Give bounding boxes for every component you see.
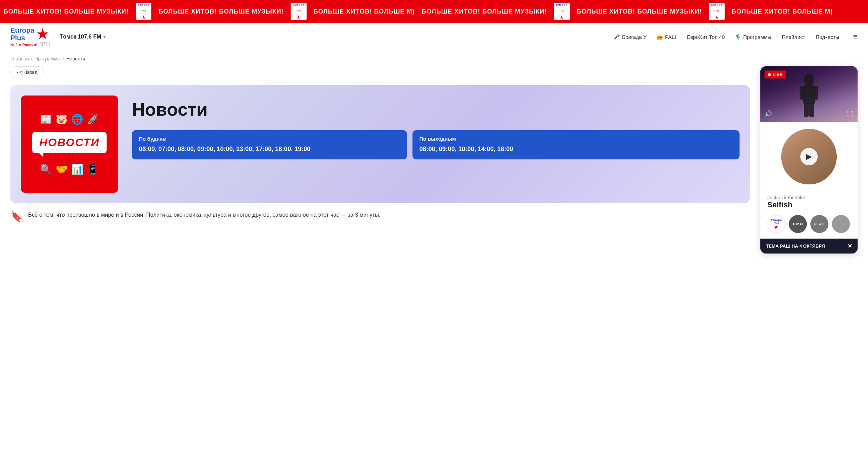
mic-icon: 🎤 — [614, 34, 620, 40]
nav-programs[interactable]: 🎙️ Программы — [735, 34, 771, 40]
description-text: Всё о том, что произошло в мире и в Росс… — [28, 210, 381, 219]
description-area: 🔖 Всё о том, что произошло в мире и в Ро… — [10, 203, 750, 229]
piggybank-icon: 🐷 — [56, 114, 68, 125]
player-stations: Europa Plus ★ TOP 40 NEW A ··· — [760, 211, 858, 239]
svg-rect-1 — [803, 85, 815, 104]
radio-icon: 📻 — [657, 34, 663, 40]
content-area: ‹ < Назад 📰 🐷 🌐 🚀 НОВОСТИ 🔍 🤝 📊 — [10, 66, 750, 254]
player-song: Selfish — [767, 200, 851, 209]
nav-podcasts[interactable]: Подкасты — [816, 34, 839, 40]
globe-icon: 🌐 — [71, 114, 83, 125]
schedule-weekday: По будням 06:00, 07:00, 08:00, 09:00, 10… — [132, 130, 407, 159]
player-track-info: Justin Timberlake Selfish — [760, 191, 858, 211]
breadcrumb-current: Новости — [66, 56, 85, 61]
breadcrumb-programs[interactable]: Программы — [34, 56, 61, 61]
svg-point-0 — [804, 74, 814, 85]
banner-text-5: БОЛЬШЕ ХИТОВ! БОЛЬШЕ МУЗЫКИ! — [577, 8, 702, 15]
search-icon: 🔍 — [40, 164, 52, 175]
live-player: LIVE 🔊 ⛶ ▶ Justin Timberlake — [760, 66, 858, 254]
close-player-button[interactable]: ✕ — [848, 243, 852, 249]
podcast-icon: 🎙️ — [735, 34, 741, 40]
station-europa-button[interactable]: Europa Plus ★ — [767, 215, 785, 233]
logo-area[interactable]: Europa Plus ★ № 1 в России* 12+ — [10, 26, 50, 47]
weekday-times: 06:00, 07:00, 08:00, 09:00, 10:00, 13:00… — [139, 144, 400, 154]
player-body: ▶ Justin Timberlake Selfish Europa Plus … — [760, 122, 858, 239]
svg-rect-3 — [814, 86, 818, 100]
station-new-button[interactable]: NEW A — [810, 215, 828, 233]
banner-text-1: БОЛЬШЕ ХИТОВ! БОЛЬШЕ МУЗЫКИ! — [3, 8, 129, 15]
logo-age: 12+ — [40, 42, 50, 47]
program-info: Новости По будням 06:00, 07:00, 08:00, 0… — [132, 96, 740, 168]
nav-rash[interactable]: 📻 РАШ — [657, 34, 676, 40]
live-badge: LIVE — [765, 70, 786, 78]
city-label: Томск 107,6 FM — [60, 34, 101, 40]
volume-button[interactable]: 🔊 — [765, 110, 772, 118]
schedule-cards: По будням 06:00, 07:00, 08:00, 09:00, 10… — [132, 130, 740, 159]
chart-icon: 📊 — [71, 164, 83, 175]
right-panel: LIVE 🔊 ⛶ ▶ Justin Timberlake — [760, 66, 858, 254]
svg-rect-5 — [809, 103, 814, 117]
phone-icon: 📱 — [87, 164, 99, 175]
nav-eurohit[interactable]: ЕвроХит Топ 40 — [687, 34, 725, 40]
breadcrumb: Главная / Программы / Новости — [0, 51, 868, 66]
banner-text-6: БОЛЬШЕ ХИТОВ! БОЛЬШЕ М) — [732, 8, 833, 15]
silhouette-figure — [793, 70, 825, 118]
weekend-title: По выходным — [419, 136, 733, 142]
player-footer-text: ТЕМА РАШ НА 4 ОКТЯБРЯ — [766, 243, 825, 249]
player-artist: Justin Timberlake — [767, 195, 851, 200]
handshake-icon: 🤝 — [56, 164, 68, 175]
newspaper-icon: 📰 — [40, 114, 52, 125]
novosti-label: НОВОСТИ — [32, 132, 107, 153]
station-top40-button[interactable]: TOP 40 — [789, 215, 807, 233]
program-image: 📰 🐷 🌐 🚀 НОВОСТИ 🔍 🤝 📊 📱 — [21, 96, 118, 193]
logo-badge: № 1 в России* — [10, 43, 37, 47]
weekday-title: По будням — [139, 136, 400, 142]
player-footer: ТЕМА РАШ НА 4 ОКТЯБРЯ ✕ — [760, 239, 858, 254]
main-nav: 🎤 Бригада У 📻 РАШ ЕвроХит Топ 40 🎙️ Прог… — [614, 34, 839, 40]
banner-content: БОЛЬШЕ ХИТОВ! БОЛЬШЕ МУЗЫКИ! Europa Plus… — [0, 3, 836, 20]
back-arrow-icon: ‹ — [17, 69, 19, 75]
weekend-times: 08:00, 09:00, 10:00, 14:00, 18:00 — [419, 144, 733, 154]
breadcrumb-home[interactable]: Главная — [10, 56, 29, 61]
rocket-icon: 🚀 — [87, 114, 99, 125]
city-selector[interactable]: Томск 107,6 FM ▾ — [60, 34, 106, 40]
chevron-down-icon: ▾ — [103, 34, 106, 39]
station-more-button[interactable]: ··· — [832, 215, 850, 233]
schedule-weekend: По выходным 08:00, 09:00, 10:00, 14:00, … — [412, 130, 740, 159]
banner-text-2: БОЛЬШЕ ХИТОВ! БОЛЬШЕ МУЗЫКИ! — [158, 8, 284, 15]
svg-rect-4 — [804, 103, 809, 117]
svg-rect-2 — [800, 86, 804, 100]
live-dot — [768, 73, 771, 76]
logo-star-icon: ★ — [36, 26, 49, 42]
play-button[interactable]: ▶ — [800, 148, 818, 165]
banner-text-4: БОЛЬШЕ ХИТОВ! БОЛЬШЕ МУЗЫКИ! — [422, 8, 547, 15]
nav-playlist[interactable]: Плейлист — [782, 34, 805, 40]
hamburger-menu-icon[interactable]: ≡ — [853, 32, 858, 41]
logo-europa: Europa — [10, 26, 34, 34]
banner-text-3: БОЛЬШЕ ХИТОВ! БОЛЬШЕ М) — [314, 8, 415, 15]
main-layout: ‹ < Назад 📰 🐷 🌐 🚀 НОВОСТИ 🔍 🤝 📊 — [0, 66, 868, 267]
program-title: Новости — [132, 99, 740, 120]
player-art-area: ▶ — [760, 122, 858, 191]
header: Europa Plus ★ № 1 в России* 12+ Томск 10… — [0, 23, 868, 51]
back-button[interactable]: ‹ < Назад — [10, 66, 44, 78]
player-video: LIVE 🔊 ⛶ — [760, 66, 858, 122]
program-card: 📰 🐷 🌐 🚀 НОВОСТИ 🔍 🤝 📊 📱 Новости — [10, 85, 750, 203]
expand-button[interactable]: ⛶ — [847, 110, 853, 118]
nav-brigada[interactable]: 🎤 Бригада У — [614, 34, 646, 40]
player-album-art: ▶ — [781, 129, 837, 184]
logo-plus: Plus — [10, 34, 34, 42]
bookmark-icon: 🔖 — [10, 211, 23, 222]
top-banner: БОЛЬШЕ ХИТОВ! БОЛЬШЕ МУЗЫКИ! Europa Plus… — [0, 0, 868, 23]
